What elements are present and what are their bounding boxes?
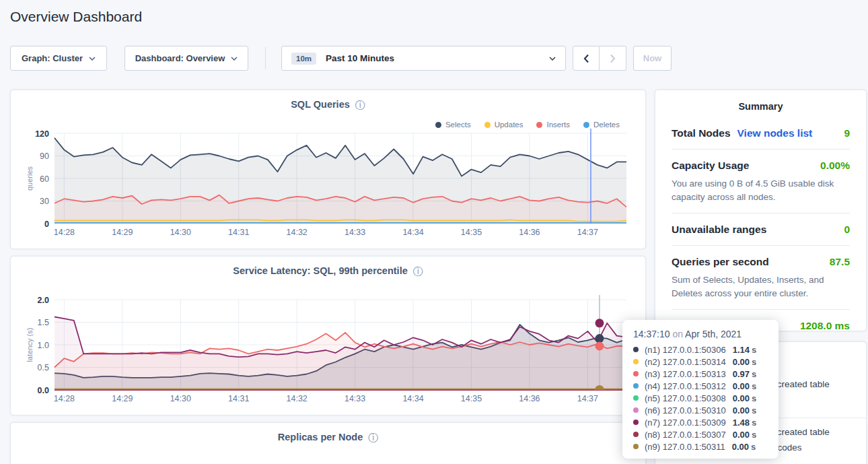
svg-text:14:37: 14:37 — [577, 394, 598, 403]
svg-text:14:36: 14:36 — [519, 228, 540, 237]
svg-text:14:35: 14:35 — [461, 394, 482, 403]
summary-item-description: Sum of Selects, Updates, Inserts, and De… — [672, 273, 850, 300]
summary-item-value: 0 — [844, 224, 850, 236]
tooltip-value-unit: s — [752, 357, 756, 367]
legend-dot-icon — [583, 122, 589, 128]
summary-item-label: Total Nodes — [672, 127, 731, 139]
series-dot-icon — [633, 383, 639, 389]
svg-text:14:36: 14:36 — [519, 394, 540, 403]
sql-queries-panel: SQL Queries ⓘ SelectsUpdatesInsertsDelet… — [10, 90, 646, 249]
svg-text:0.0: 0.0 — [38, 386, 49, 395]
tooltip-value-unit: s — [752, 405, 756, 416]
series-dot-icon — [633, 420, 639, 425]
summary-item: Total NodesView nodes list9 — [672, 117, 850, 149]
svg-text:14:33: 14:33 — [345, 228, 365, 237]
chevron-down-icon — [231, 57, 238, 61]
tooltip-node-row: (n5) 127.0.0.1:503080.00s — [633, 392, 768, 404]
summary-item-value: 87.5 — [830, 256, 850, 268]
info-icon[interactable]: ⓘ — [413, 266, 423, 276]
chevron-down-icon — [89, 57, 96, 61]
legend-label: Deletes — [593, 121, 620, 129]
svg-text:14:28: 14:28 — [54, 394, 75, 403]
series-dot-icon — [633, 444, 639, 449]
chevron-down-icon — [549, 57, 556, 61]
time-prev-button[interactable] — [573, 46, 600, 71]
tooltip-node-value: 0.00 — [733, 357, 750, 367]
tooltip-node-value: 0.97 — [733, 369, 750, 379]
toolbar-divider — [265, 47, 266, 69]
info-icon[interactable]: ⓘ — [368, 432, 378, 442]
dashboard-dropdown[interactable]: Dashboard: Overview — [124, 46, 248, 71]
tooltip-node-address: (n1) 127.0.0.1:50306 — [645, 345, 726, 355]
svg-text:14:31: 14:31 — [228, 394, 249, 403]
series-dot-icon — [633, 347, 639, 352]
summary-title: Summary — [672, 101, 850, 112]
info-icon[interactable]: ⓘ — [355, 100, 365, 110]
summary-item-value: 0.00% — [820, 160, 850, 172]
series-dot-icon — [633, 371, 639, 376]
time-range-label: Past 10 Minutes — [326, 53, 394, 63]
time-range-picker[interactable]: 10m Past 10 Minutes — [281, 46, 566, 71]
legend-label: Updates — [495, 121, 523, 129]
summary-item: Queries per second87.5Sum of Selects, Up… — [672, 245, 850, 309]
tooltip-node-address: (n5) 127.0.0.1:50308 — [645, 393, 726, 403]
service-latency-panel: Service Latency: SQL, 99th percentile ⓘ … — [10, 256, 646, 416]
series-dot-icon — [633, 407, 639, 413]
legend-dot-icon — [536, 122, 542, 128]
tooltip-value-unit: s — [752, 369, 756, 379]
legend-item-selects[interactable]: Selects — [435, 121, 471, 129]
svg-text:14:31: 14:31 — [228, 228, 249, 237]
svg-text:14:37: 14:37 — [577, 228, 598, 237]
series-dot-icon — [633, 359, 639, 364]
tooltip-node-row: (n9) 127.0.0.1:503110.00s — [633, 440, 768, 453]
service-latency-chart[interactable]: 14:2814:2914:3014:3114:3214:3314:3414:35… — [11, 295, 647, 407]
tooltip-value-unit: s — [752, 393, 756, 403]
summary-item-label: Capacity Usage — [672, 160, 749, 172]
tooltip-node-row: (n4) 127.0.0.1:503120.00s — [633, 380, 768, 392]
graph-dropdown[interactable]: Graph: Cluster — [10, 46, 107, 71]
view-nodes-list-link[interactable]: View nodes list — [737, 127, 813, 139]
now-button[interactable]: Now — [633, 46, 672, 71]
svg-text:14:30: 14:30 — [170, 394, 191, 403]
svg-text:1.5: 1.5 — [38, 318, 49, 327]
legend-label: Selects — [445, 121, 471, 129]
legend-item-updates[interactable]: Updates — [484, 121, 523, 129]
summary-item-label: Unavailable ranges — [672, 224, 766, 236]
tooltip-node-row: (n8) 127.0.0.1:503070.00s — [633, 428, 768, 440]
tooltip-node-value: 1.48 — [733, 418, 750, 428]
series-dot-icon — [633, 395, 639, 401]
sql-queries-chart[interactable]: 14:2814:2914:3014:3114:3214:3314:3414:35… — [11, 129, 647, 240]
tooltip-node-address: (n6) 127.0.0.1:50310 — [645, 405, 726, 416]
service-latency-title: Service Latency: SQL, 99th percentile — [233, 265, 408, 276]
tooltip-node-value: 0.00 — [732, 442, 749, 452]
tooltip-value-unit: s — [751, 442, 756, 452]
svg-text:60: 60 — [40, 174, 49, 184]
chart-tooltip: 14:37:10 on Apr 5th, 2021 (n1) 127.0.0.1… — [622, 320, 779, 459]
tooltip-node-address: (n7) 127.0.0.1:50309 — [645, 418, 726, 428]
summary-item-label: Queries per second — [672, 256, 769, 268]
legend-label: Inserts — [546, 121, 570, 129]
tooltip-value-unit: s — [752, 430, 756, 440]
tooltip-node-address: (n9) 127.0.0.1:50311 — [645, 442, 725, 452]
tooltip-node-value: 1.14 — [733, 345, 750, 355]
chevron-right-icon — [610, 54, 616, 63]
svg-text:14:34: 14:34 — [402, 394, 423, 403]
legend-item-inserts[interactable]: Inserts — [536, 121, 570, 129]
tooltip-node-value: 0.00 — [733, 405, 750, 416]
time-next-button[interactable] — [600, 46, 626, 71]
tooltip-node-value: 0.00 — [733, 393, 750, 403]
legend-dot-icon — [435, 122, 441, 128]
tooltip-node-address: (n8) 127.0.0.1:50307 — [645, 430, 726, 440]
svg-text:14:33: 14:33 — [345, 394, 365, 403]
svg-text:14:29: 14:29 — [112, 228, 133, 237]
legend-dot-icon — [484, 122, 491, 128]
series-dot-icon — [633, 432, 639, 437]
dashboard-dropdown-label: Dashboard: Overview — [135, 53, 225, 63]
svg-text:latency (s): latency (s) — [26, 328, 34, 362]
tooltip-node-row: (n2) 127.0.0.1:503140.00s — [633, 356, 768, 368]
sql-queries-legend: SelectsUpdatesInsertsDeletes — [435, 121, 620, 129]
graph-dropdown-label: Graph: Cluster — [22, 53, 83, 63]
legend-item-deletes[interactable]: Deletes — [583, 121, 620, 129]
chevron-left-icon — [583, 54, 589, 63]
summary-item-value: 1208.0 ms — [800, 320, 850, 332]
